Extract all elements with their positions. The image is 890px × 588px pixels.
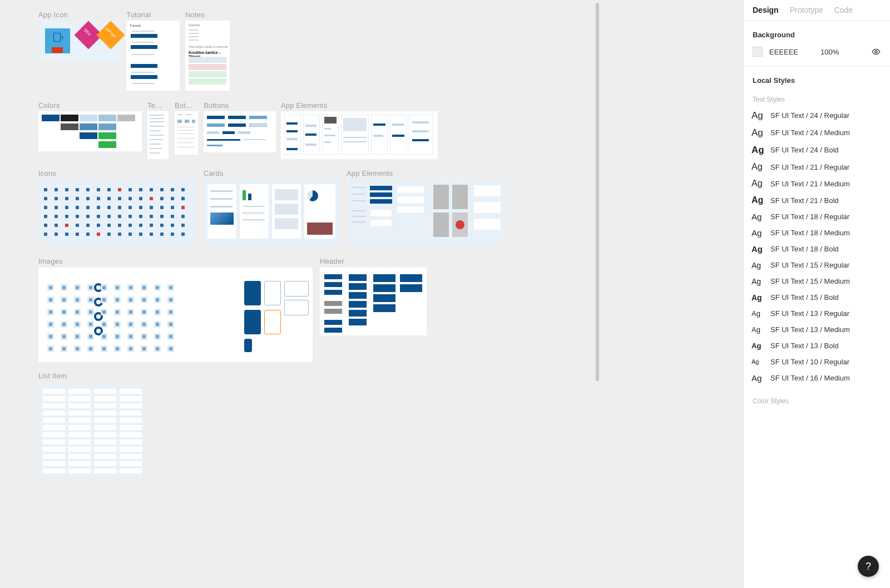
text-style-row[interactable]: AgSF UI Text / 24 / Bold [746, 141, 887, 159]
background-swatch[interactable] [753, 47, 763, 57]
line [132, 72, 154, 73]
frame-images[interactable] [38, 268, 313, 362]
col [409, 115, 433, 155]
text-style-row[interactable]: AgSF UI Text / 21 / Bold [746, 192, 887, 209]
hdr [324, 301, 342, 306]
frame-app-elements[interactable] [281, 111, 438, 159]
grid-icon [167, 297, 174, 303]
text-style-row[interactable]: AgSF UI Text / 18 / Regular [746, 209, 887, 225]
card [370, 219, 392, 227]
text-style-row[interactable]: AgSF UI Text / 13 / Medium [746, 322, 887, 338]
card [397, 186, 424, 194]
frame-buttons[interactable] [204, 111, 276, 152]
text-style-row[interactable]: AgSF UI Text / 15 / Regular [746, 257, 887, 273]
frame-label-app-elements[interactable]: App Elements [281, 101, 327, 110]
text-style-name: SF UI Text / 21 / Medium [770, 180, 850, 188]
frame-label-colors[interactable]: Colors [38, 101, 60, 110]
text-style-row[interactable]: AgSF UI Text / 21 / Medium [746, 175, 887, 192]
grid-icon [76, 188, 79, 191]
frame-te[interactable] [147, 111, 169, 159]
tab-code[interactable]: Code [834, 6, 853, 14]
text-style-row[interactable]: AgSF UI Text / 10 / Regular [746, 354, 887, 370]
grid-icon [107, 188, 111, 191]
text-style-sample: Ag [751, 342, 765, 349]
visibility-toggle-icon[interactable] [871, 47, 881, 57]
frame-app-icon[interactable] [38, 21, 121, 61]
frame-label-tutorial[interactable]: Tutorial [126, 11, 151, 19]
frame-label-list-item[interactable]: List Item [38, 372, 67, 380]
bar [286, 130, 298, 132]
text-style-row[interactable]: AgSF UI Text / 21 / Regular [746, 159, 887, 175]
scrollbar-thumb[interactable] [596, 3, 599, 381]
text-style-sample: Ag [751, 359, 765, 365]
grid-icon [68, 425, 91, 430]
text-style-name: SF UI Text / 15 / Regular [770, 261, 849, 269]
text-style-sample: Ag [751, 374, 765, 382]
grid-icon [74, 297, 81, 303]
text-style-row[interactable]: AgSF UI Text / 16 / Medium [746, 370, 887, 386]
frame-app-elements-2[interactable] [347, 179, 505, 245]
grid-icon [181, 188, 185, 191]
canvas-scrollbar[interactable] [595, 0, 600, 588]
frame-label-icons[interactable]: Icons [38, 169, 56, 177]
text-style-row[interactable]: AgSF UI Text / 15 / Medium [746, 273, 887, 289]
button-preview [207, 123, 225, 127]
frame-cards[interactable] [204, 179, 340, 245]
grid-icon [154, 309, 161, 315]
bar [392, 135, 404, 137]
grid-icon [43, 447, 65, 452]
frame-label-cards[interactable]: Cards [204, 169, 224, 177]
frame-label-buttons[interactable]: Buttons [204, 101, 229, 110]
grid-icon [44, 197, 47, 200]
frame-label-notes[interactable]: Notes [185, 11, 205, 19]
tab-prototype[interactable]: Prototype [790, 6, 823, 14]
frame-bot[interactable] [175, 111, 198, 155]
frame-tutorial[interactable]: Tutorial [126, 21, 180, 91]
frame-list-item[interactable] [38, 382, 146, 478]
grid-icon [171, 215, 174, 218]
glyph [177, 138, 194, 139]
grid-icon [94, 403, 116, 408]
background-hex[interactable]: EEEEEE [769, 48, 814, 56]
frame-label-images[interactable]: Images [38, 257, 63, 265]
grid-icon [141, 297, 147, 303]
card [473, 218, 501, 230]
text-style-row[interactable]: AgSF UI Text / 18 / Medium [746, 225, 887, 241]
frame-label-te[interactable]: Te... [147, 101, 162, 110]
text-style-row[interactable]: AgSF UI Text / 24 / Medium [746, 124, 887, 141]
line [352, 210, 365, 211]
grid-icon [61, 309, 67, 315]
line [150, 139, 163, 140]
grid-icon [47, 309, 54, 315]
frame-label-app-elements-2[interactable]: App Elements [347, 169, 393, 177]
frame-header[interactable] [320, 268, 427, 335]
background-row: EEEEEE 100% [744, 43, 890, 66]
grid-icon [120, 439, 142, 444]
frame-icons[interactable] [38, 179, 197, 245]
grid-icon [181, 206, 185, 209]
frame-colors[interactable] [38, 111, 142, 151]
frame-label-app-icon[interactable]: App Icon [38, 11, 68, 19]
text-style-row[interactable]: AgSF UI Text / 24 / Regular [746, 107, 887, 124]
bar [412, 130, 429, 132]
help-button[interactable]: ? [858, 556, 879, 577]
text-style-row[interactable]: AgSF UI Text / 15 / Bold [746, 289, 887, 305]
frame-label-bot[interactable]: Bot... [175, 101, 192, 110]
text-style-row[interactable]: AgSF UI Text / 13 / Regular [746, 305, 887, 322]
frame-notes[interactable]: Spletišča Informacije o tečaju in obrest… [185, 21, 230, 91]
canvas[interactable]: App Icon Tutorial Tutorial Notes Spletiš… [0, 0, 743, 588]
local-styles-heading: Local Styles [744, 66, 890, 89]
background-opacity[interactable]: 100% [820, 48, 864, 56]
tab-design[interactable]: Design [753, 6, 779, 14]
text-style-row[interactable]: AgSF UI Text / 18 / Bold [746, 241, 887, 257]
grid-icon [107, 206, 111, 209]
text-style-row[interactable]: AgSF UI Text / 13 / Bold [746, 338, 887, 354]
line [150, 118, 164, 119]
bar [324, 117, 337, 123]
button-preview [244, 139, 266, 140]
bar [305, 144, 317, 146]
frame-label-header[interactable]: Header [320, 257, 344, 265]
grid-icon [94, 396, 116, 401]
grid-icon [120, 396, 142, 401]
grid-icon [86, 188, 90, 191]
